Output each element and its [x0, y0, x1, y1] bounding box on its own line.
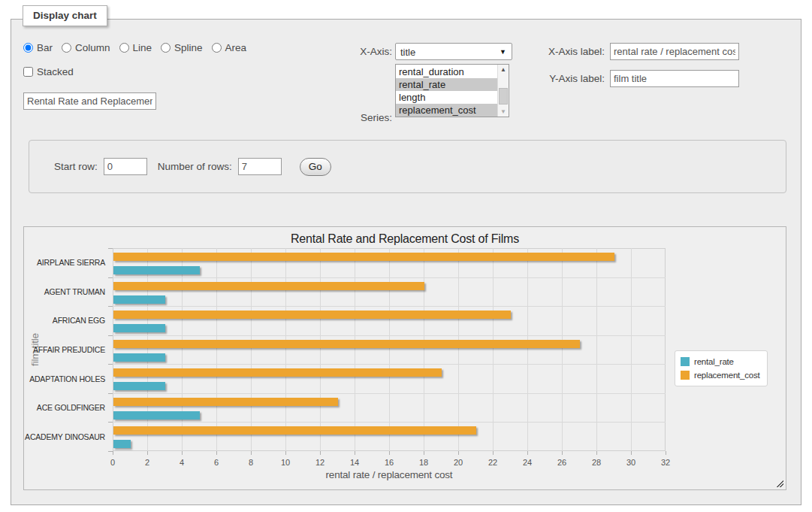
y-tick-mark [108, 335, 113, 336]
y-axis-label-field-label: Y-Axis label: [530, 73, 605, 84]
x-tick-mark [216, 451, 217, 455]
legend-item-replacement_cost[interactable]: replacement_cost [681, 368, 760, 382]
gridline-horizontal [113, 306, 666, 307]
resize-handle-icon[interactable] [775, 479, 783, 487]
legend-label: rental_rate [694, 357, 734, 366]
radio-line[interactable] [119, 43, 129, 53]
x-tick-mark [285, 451, 286, 455]
series-multiselect[interactable]: rental_durationrental_ratelengthreplacem… [395, 64, 509, 117]
series-select-label: Series: [327, 112, 392, 123]
gridline-vertical [251, 248, 252, 451]
chart-type-option-spline[interactable]: Spline [161, 42, 203, 53]
y-tick-mark [108, 451, 113, 452]
bar-rental_rate[interactable] [113, 353, 165, 362]
gridline-horizontal [113, 422, 666, 423]
bar-replacement_cost[interactable] [113, 426, 476, 435]
x-tick-label: 8 [240, 458, 262, 467]
x-tick-label: 10 [274, 458, 297, 467]
x-tick-mark [493, 451, 494, 455]
x-tick-label: 26 [551, 458, 573, 467]
bar-replacement_cost[interactable] [113, 398, 338, 406]
series-scrollbar[interactable]: ▲ ▼ [497, 65, 509, 117]
bar-rental_rate[interactable] [113, 382, 165, 390]
bar-replacement_cost[interactable] [113, 340, 580, 348]
series-option-length[interactable]: length [396, 91, 497, 104]
chart-type-option-label: Spline [174, 42, 203, 53]
start-row-input[interactable] [104, 158, 147, 175]
x-tick-mark [666, 451, 666, 455]
legend-item-rental_rate[interactable]: rental_rate [681, 355, 760, 368]
gridline-vertical [147, 248, 148, 451]
chart-type-radio-group: BarColumnLineSplineArea [23, 42, 246, 53]
x-axis-select[interactable]: title ▼ [395, 43, 512, 60]
x-tick-label: 24 [516, 458, 539, 467]
chart-title-input[interactable] [23, 92, 156, 110]
x-tick-mark [251, 451, 252, 455]
radio-area[interactable] [212, 43, 222, 53]
chart-type-option-line[interactable]: Line [119, 42, 152, 53]
gridline-horizontal [113, 335, 666, 336]
gridline-vertical [596, 248, 597, 451]
chart-type-option-column[interactable]: Column [62, 42, 110, 53]
num-rows-input[interactable] [238, 158, 282, 175]
chart-type-option-area[interactable]: Area [212, 42, 247, 53]
category-label: ADAPTATION HOLES [24, 374, 105, 383]
gridline-vertical [320, 248, 321, 451]
stacked-option[interactable]: Stacked [23, 66, 74, 77]
gridline-vertical [182, 248, 183, 451]
category-label: AIRPLANE SIERRA [24, 258, 105, 267]
legend-swatch-icon [681, 371, 690, 380]
chart-type-option-label: Line [133, 42, 152, 53]
gridline-vertical [389, 248, 390, 451]
x-tick-mark [355, 451, 355, 455]
x-tick-label: 28 [585, 458, 608, 467]
x-tick-label: 20 [447, 458, 469, 467]
chevron-down-icon: ▼ [500, 48, 506, 56]
x-tick-mark [389, 451, 390, 455]
bar-rental_rate[interactable] [113, 324, 165, 332]
series-option-rental_duration[interactable]: rental_duration [396, 65, 497, 78]
fieldset-legend: Display chart [23, 5, 107, 26]
category-label: AFRICAN EGG [24, 316, 105, 325]
x-axis-label-input[interactable] [610, 43, 739, 60]
y-axis-label-input[interactable] [610, 70, 739, 87]
y-tick-mark [108, 277, 113, 278]
x-tick-mark [113, 451, 113, 455]
series-option-replacement_cost[interactable]: replacement_cost [396, 104, 497, 117]
gridline-vertical [631, 248, 632, 451]
bar-replacement_cost[interactable] [113, 311, 511, 319]
stacked-checkbox[interactable] [23, 67, 33, 77]
x-axis-title: rental rate / replacement cost [113, 469, 666, 480]
bar-rental_rate[interactable] [113, 266, 200, 274]
x-tick-mark [631, 451, 632, 455]
rows-control-panel: Start row: Number of rows: Go [29, 140, 786, 193]
x-tick-mark [458, 451, 459, 455]
scroll-down-icon[interactable]: ▼ [498, 107, 509, 117]
display-chart-fieldset: Display chart BarColumnLineSplineArea St… [11, 19, 801, 505]
bar-rental_rate[interactable] [113, 440, 131, 448]
bar-replacement_cost[interactable] [113, 368, 442, 377]
stacked-label: Stacked [37, 66, 74, 77]
bar-rental_rate[interactable] [113, 411, 200, 420]
go-button[interactable]: Go [300, 158, 331, 176]
num-rows-label: Number of rows: [158, 161, 232, 172]
radio-bar[interactable] [23, 43, 33, 53]
x-axis-label-field-label: X-Axis label: [530, 46, 605, 57]
radio-column[interactable] [62, 43, 71, 53]
x-tick-mark [320, 451, 321, 455]
y-tick-mark [108, 422, 113, 423]
bar-replacement_cost[interactable] [113, 282, 424, 290]
gridline-horizontal [113, 393, 666, 394]
bar-rental_rate[interactable] [113, 295, 165, 304]
series-option-rental_rate[interactable]: rental_rate [396, 78, 497, 91]
scroll-up-icon[interactable]: ▲ [498, 65, 509, 74]
scrollbar-thumb[interactable] [499, 88, 508, 105]
gridline-vertical [355, 248, 355, 451]
gridline-vertical [285, 248, 286, 451]
y-tick-mark [108, 393, 113, 394]
y-tick-mark [108, 364, 113, 365]
chart-panel: Rental Rate and Replacement Cost of Film… [23, 226, 786, 490]
chart-type-option-bar[interactable]: Bar [23, 42, 53, 53]
radio-spline[interactable] [161, 43, 171, 53]
bar-replacement_cost[interactable] [113, 253, 614, 261]
